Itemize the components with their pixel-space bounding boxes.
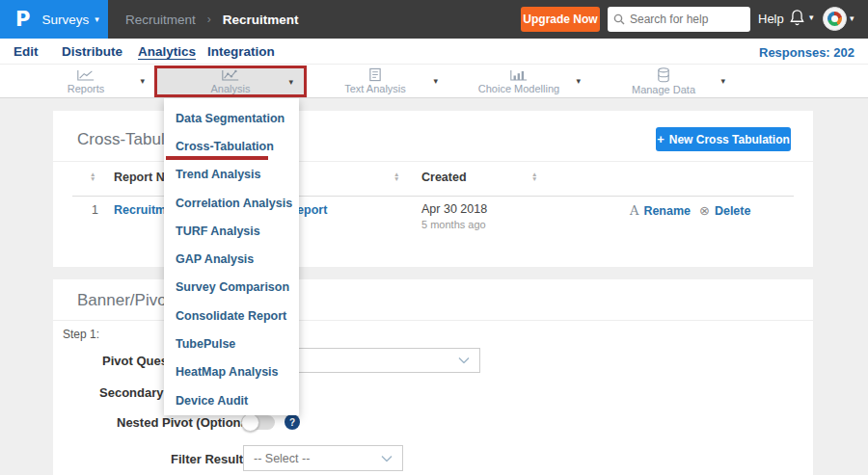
annotation-cross-tabulation-underline: [166, 156, 268, 160]
toolbar-item-reports[interactable]: Reports ▾: [19, 66, 152, 96]
chevron-down-icon: [458, 357, 470, 364]
chevron-down-icon[interactable]: ▾: [140, 76, 145, 86]
help-search-box[interactable]: [608, 7, 750, 32]
new-cross-tabulation-button[interactable]: + New Cross Tabulation: [656, 127, 791, 151]
chevron-down-icon: ▾: [95, 15, 99, 24]
help-search-input[interactable]: [630, 13, 736, 26]
menu-item-trend-analysis[interactable]: Trend Analysis: [164, 161, 299, 189]
analytics-toolbar: Reports ▾ Text Analysis ▾ Choice Modelli…: [0, 65, 868, 98]
toolbar-item-label: Choice Modelling: [478, 83, 559, 94]
chevron-down-icon: ▾: [809, 13, 814, 22]
rename-icon: A: [630, 203, 638, 218]
toolbar-item-label: Reports: [68, 83, 105, 94]
avatar: [823, 7, 847, 31]
toolbar-item-choice-modelling[interactable]: Choice Modelling ▾: [449, 66, 588, 96]
nav-item-edit[interactable]: Edit: [14, 44, 39, 59]
toolbar-item-label: Analysis: [211, 83, 251, 94]
account-menu[interactable]: ▾: [823, 7, 854, 31]
bell-icon: [789, 9, 805, 27]
surveys-menu-label: Surveys: [41, 13, 89, 27]
step-label: Step 1:: [63, 328, 99, 341]
search-icon: [613, 13, 625, 25]
sort-icon[interactable]: ▲▼: [531, 172, 537, 181]
database-icon: [657, 67, 670, 83]
breadcrumb: Recruitment › Recruitment: [125, 0, 299, 39]
document-icon: [368, 67, 382, 82]
new-cross-tabulation-label: New Cross Tabulation: [669, 133, 790, 146]
breadcrumb-separator-icon: ›: [207, 13, 211, 26]
chevron-down-icon[interactable]: ▾: [720, 76, 725, 86]
rename-action[interactable]: A Rename: [630, 203, 691, 218]
breadcrumb-current: Recruitment: [223, 13, 299, 27]
menu-item-heatmap-analysis[interactable]: HeatMap Analysis: [164, 358, 299, 386]
surveys-menu[interactable]: Surveys ▾: [41, 13, 98, 27]
menu-item-device-audit[interactable]: Device Audit: [164, 386, 299, 414]
toolbar-item-manage-data[interactable]: Manage Data ▾: [592, 66, 735, 96]
toolbar-item-analysis[interactable]: Analysis ▾: [154, 66, 307, 96]
help-question-icon[interactable]: ?: [285, 414, 300, 430]
upgrade-now-button[interactable]: Upgrade Now: [521, 7, 600, 32]
top-bar: P Surveys ▾ Recruitment › Recruitment Up…: [0, 0, 868, 39]
row-index: 1: [92, 203, 98, 217]
menu-item-data-segmentation[interactable]: Data Segmentation: [164, 104, 299, 132]
notifications-menu[interactable]: ▾: [789, 9, 814, 27]
chevron-down-icon: ▾: [850, 14, 854, 23]
nav-item-integration[interactable]: Integration: [207, 44, 275, 59]
sort-icon[interactable]: ▲▼: [393, 172, 399, 181]
filter-result-value: -- Select --: [254, 452, 310, 465]
breadcrumb-parent[interactable]: Recruitment: [125, 13, 196, 27]
filter-result-select[interactable]: -- Select --: [243, 445, 403, 471]
menu-item-correlation-analysis[interactable]: Correlation Analysis: [164, 189, 299, 217]
delete-circle-x-icon: ⊗: [699, 203, 710, 218]
column-header-created[interactable]: Created: [421, 171, 467, 184]
plus-icon: +: [657, 132, 665, 146]
responses-count-link[interactable]: Responses: 202: [759, 45, 854, 60]
nav-item-analytics[interactable]: Analytics: [138, 44, 196, 59]
toolbar-item-label: Manage Data: [632, 84, 695, 95]
analysis-chart-icon: [221, 68, 240, 82]
rename-label: Rename: [643, 204, 691, 218]
filter-result-label: Filter Result: [171, 452, 243, 466]
help-link[interactable]: Help: [758, 12, 784, 26]
toolbar-item-text-analysis[interactable]: Text Analysis ▾: [307, 66, 444, 96]
menu-item-turf-analysis[interactable]: TURF Analysis: [164, 217, 299, 245]
toggle-knob: [241, 413, 259, 432]
chevron-down-icon: [381, 455, 393, 462]
menu-item-consolidate-report[interactable]: Consolidate Report: [164, 302, 299, 330]
menu-item-gap-analysis[interactable]: GAP Analysis: [164, 245, 299, 273]
created-ago: 5 months ago: [421, 219, 486, 230]
chevron-down-icon[interactable]: ▾: [576, 76, 581, 86]
questionpro-logo-icon: P: [15, 8, 30, 31]
chevron-down-icon[interactable]: ▾: [433, 76, 438, 86]
bar-chart-icon: [509, 68, 529, 82]
logo-block[interactable]: P Surveys ▾: [0, 0, 108, 39]
created-date: Apr 30 2018: [421, 202, 487, 216]
delete-action[interactable]: ⊗ Delete: [699, 203, 750, 218]
nav-item-distribute[interactable]: Distribute: [62, 44, 122, 59]
delete-label: Delete: [715, 204, 751, 218]
survey-nav: Edit Distribute Analytics Integration Re…: [0, 39, 868, 65]
sort-icon[interactable]: ▲▼: [90, 172, 95, 181]
toolbar-item-label: Text Analysis: [344, 83, 406, 94]
line-chart-icon: [76, 68, 95, 82]
nested-pivot-label: Nested Pivot (Optional): [117, 415, 256, 430]
app-window: P Surveys ▾ Recruitment › Recruitment Up…: [0, 0, 868, 475]
nested-pivot-toggle[interactable]: [243, 415, 275, 430]
menu-item-survey-comparison[interactable]: Survey Comparison: [164, 274, 299, 302]
chevron-down-icon[interactable]: ▾: [288, 77, 293, 87]
menu-item-tubepulse[interactable]: TubePulse: [164, 330, 299, 357]
analysis-dropdown-menu: Data Segmentation Cross-Tabulation Trend…: [164, 98, 299, 415]
